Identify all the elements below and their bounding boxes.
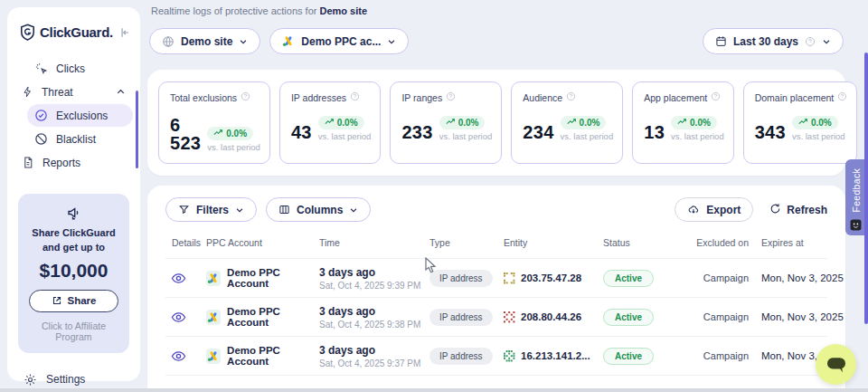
entity-cell: 203.75.47.28 <box>504 272 603 284</box>
stat-vs-label: vs. last period <box>671 131 724 141</box>
row-details-eye-icon[interactable] <box>165 272 206 284</box>
stat-delta-badge: 0.0% <box>671 116 717 129</box>
sidebar-item-clicks[interactable]: Clicks <box>27 57 133 80</box>
subtitle-site-name: Demo site <box>319 5 367 16</box>
google-ads-icon <box>206 310 221 325</box>
stat-value: 343 <box>755 123 786 141</box>
table-row[interactable]: Demo PPC Account 3 days ago Sat, Oct 4, … <box>165 336 827 375</box>
bottom-edge <box>0 388 868 392</box>
logo-row: ClickGuard. <box>7 20 140 44</box>
account-filter-dropdown[interactable]: Demo PPC ac... <box>269 28 409 54</box>
sidebar-item-blacklist[interactable]: Blacklist <box>27 128 133 150</box>
sidebar: ClickGuard. Clicks Threat Exclusions Bla… <box>7 7 140 381</box>
stat-label: IP ranges <box>401 92 442 103</box>
stat-label: IP addresses <box>291 92 346 103</box>
sidebar-item-reports[interactable]: Reports <box>14 151 133 174</box>
ppc-account-cell: Demo PPC Account <box>206 345 319 367</box>
type-badge: IP address <box>429 270 493 287</box>
help-circle-icon[interactable] <box>566 91 576 103</box>
row-details-eye-icon[interactable] <box>165 311 206 323</box>
ppc-account-cell: Demo PPC Account <box>206 267 319 289</box>
status-badge: Active <box>603 309 654 326</box>
time-cell: 3 days ago Sat, Oct 4, 2025 9:38 PM <box>319 305 429 330</box>
ban-icon <box>34 132 48 146</box>
stat-card-app-placement: App placement 13 0.0% vs. last period <box>632 81 733 164</box>
share-button[interactable]: Share <box>29 290 118 312</box>
stat-vs-label: vs. last period <box>318 131 372 141</box>
export-button[interactable]: Export <box>675 197 753 222</box>
sidebar-item-threat[interactable]: Threat <box>14 81 133 103</box>
stat-card-ip-addresses: IP addresses 43 0.0% vs. last period <box>279 81 381 164</box>
help-circle-icon[interactable] <box>350 91 360 103</box>
type-badge: IP address <box>429 348 493 365</box>
expires-at-cell: Mon, Nov 3, 2025 <box>761 272 844 283</box>
help-circle-icon[interactable] <box>446 91 456 103</box>
column-header-status: Status <box>603 230 689 255</box>
sidebar-item-settings[interactable]: Settings <box>7 373 140 387</box>
stat-value: 234 <box>523 123 553 141</box>
funnel-icon <box>178 204 190 215</box>
site-filter-dropdown[interactable]: Demo site <box>149 28 260 54</box>
trend-up-icon <box>677 118 687 128</box>
stat-value: 233 <box>401 123 432 141</box>
row-details-eye-icon[interactable] <box>165 350 206 362</box>
date-range-dropdown[interactable]: Last 30 days <box>703 28 844 54</box>
entity-identicon-icon <box>504 272 515 284</box>
help-circle-icon[interactable] <box>241 91 250 103</box>
page-subtitle: Realtime logs of protective actions for … <box>147 0 845 16</box>
chevron-down-icon <box>235 206 244 215</box>
trend-up-icon <box>567 118 577 128</box>
chevron-up-icon <box>116 87 126 97</box>
entity-identicon-icon <box>504 311 515 323</box>
expires-at-cell: Mon, Nov 3, 2025 <box>761 311 844 322</box>
excluded-on-cell: Campaign <box>703 350 749 361</box>
refresh-button[interactable]: Refresh <box>769 203 827 217</box>
sidebar-collapse-icon[interactable] <box>118 26 131 39</box>
stat-label: Domain placement <box>755 92 835 103</box>
logs-table: Details PPC Account Time Type Entity Sta… <box>147 227 845 392</box>
sidebar-item-label: Clicks <box>56 62 85 75</box>
stat-delta-badge: 0.0% <box>792 116 838 129</box>
ppc-account-cell: Demo PPC Account <box>206 306 319 328</box>
settings-label: Settings <box>46 373 85 386</box>
entity-cell: 208.80.44.26 <box>504 311 603 323</box>
stat-delta-badge: 0.0% <box>439 116 486 129</box>
feedback-smiley-icon <box>850 218 862 234</box>
column-header-excluded-on: Excluded on <box>689 230 749 255</box>
help-circle-icon[interactable] <box>711 91 721 103</box>
table-toolbar: Filters Columns <box>147 186 845 222</box>
stat-card-audience: Audience 234 0.0% vs. last period <box>511 81 623 164</box>
stat-delta-badge: 0.0% <box>207 127 253 140</box>
document-icon <box>22 156 34 169</box>
time-cell: 3 days ago Sat, Oct 4, 2025 9:37 PM <box>319 344 429 368</box>
status-badge: Active <box>603 270 654 287</box>
stat-value: 6 523 <box>170 116 201 152</box>
logs-table-panel: Filters Columns <box>147 186 845 392</box>
sidebar-item-exclusions[interactable]: Exclusions <box>27 104 133 127</box>
table-header-row: Details PPC Account Time Type Entity Sta… <box>165 227 827 258</box>
main-content: Realtime logs of protective actions for … <box>147 0 845 392</box>
sidebar-item-label: Threat <box>42 86 73 99</box>
sidebar-scrollbar[interactable] <box>136 91 138 168</box>
chat-launcher-button[interactable] <box>816 344 856 385</box>
stat-value: 43 <box>291 123 312 141</box>
entity-cell: 16.213.141.2... <box>504 350 603 362</box>
stat-label: App placement <box>644 92 707 103</box>
stat-label: Audience <box>523 92 562 103</box>
page-scrollbar[interactable] <box>864 53 868 324</box>
affiliate-promo-card[interactable]: Share ClickGuard and get up to $10,000 S… <box>18 194 129 353</box>
stat-vs-label: vs. last period <box>439 131 493 141</box>
lightning-icon <box>22 85 33 99</box>
chevron-down-icon <box>239 37 248 46</box>
stat-delta-badge: 0.0% <box>318 116 364 129</box>
promo-text: Share ClickGuard and get up to <box>27 226 121 255</box>
table-row[interactable]: Demo PPC Account 3 days ago Sat, Oct 4, … <box>165 297 827 336</box>
stat-vs-label: vs. last period <box>207 142 260 152</box>
filters-dropdown[interactable]: Filters <box>165 197 257 222</box>
trend-up-icon <box>213 129 223 139</box>
cursor-click-icon <box>34 62 48 75</box>
help-circle-icon[interactable] <box>837 91 847 103</box>
columns-dropdown[interactable]: Columns <box>266 197 371 222</box>
table-row[interactable]: Demo PPC Account 3 days ago Sat, Oct 4, … <box>165 258 827 297</box>
feedback-tab[interactable]: Feedback <box>845 159 866 235</box>
